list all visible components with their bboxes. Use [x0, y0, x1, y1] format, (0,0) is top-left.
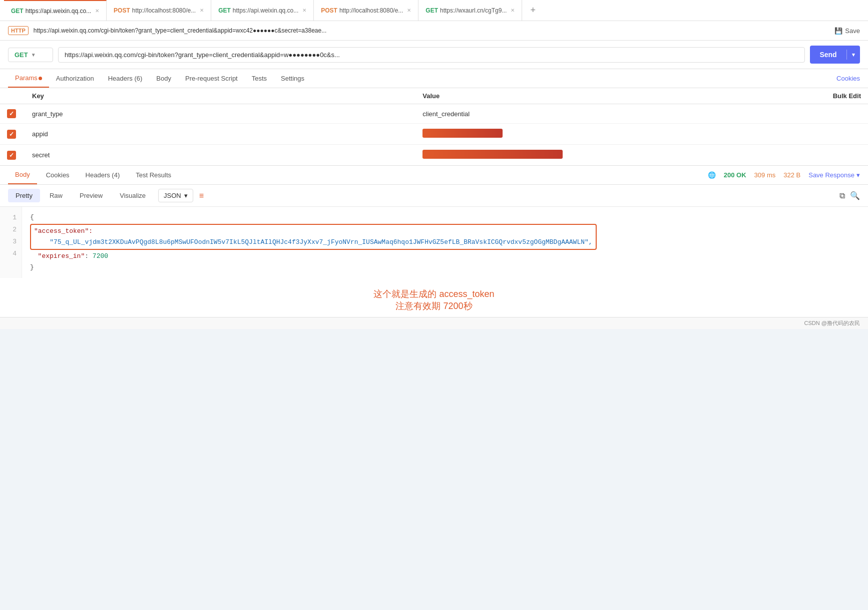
tab-body-label: Body [156, 75, 171, 82]
tab-item-4[interactable]: POST http://localhost:8080/e... ✕ [314, 0, 418, 21]
save-button[interactable]: 💾 Save [834, 27, 860, 35]
row2-actions [806, 124, 868, 145]
footer-bar: CSDN @撸代码的农民 [0, 317, 868, 329]
row1-key[interactable]: grant_type [25, 104, 415, 124]
response-toolbar: Pretty Raw Preview Visualize JSON ▾ ≡ ⧉ … [0, 185, 868, 207]
line-num-2: 2 [0, 224, 22, 236]
tab-headers[interactable]: Headers (6) [101, 70, 150, 87]
params-table: Key Value Bulk Edit ✓ grant_type client_… [0, 88, 868, 165]
format-chevron-icon: ▾ [184, 192, 188, 199]
request-bar: GET ▼ https://api.weixin.qq.com/cgi-bin/… [0, 41, 868, 69]
tab-close-1[interactable]: ✕ [95, 8, 99, 14]
expires-in-value: 7200 [93, 252, 108, 260]
response-tab-test-results[interactable]: Test Results [129, 166, 178, 184]
tab-body[interactable]: Body [149, 70, 178, 87]
colon: : [85, 252, 93, 260]
toolbar-right: ⧉ 🔍 [839, 191, 860, 200]
view-pretty-button[interactable]: Pretty [8, 189, 40, 202]
tab-close-3[interactable]: ✕ [302, 8, 306, 13]
params-section: Key Value Bulk Edit ✓ grant_type client_… [0, 88, 868, 166]
tab-settings[interactable]: Settings [274, 70, 311, 87]
tab-close-4[interactable]: ✕ [407, 8, 411, 13]
tab-params[interactable]: Params [8, 69, 49, 88]
tab-url-5: https://wxaurl.cn/cgTg9... [440, 7, 507, 14]
url-bar: HTTP https://api.weixin.qq.com/cgi-bin/t… [0, 21, 868, 41]
row3-value[interactable] [415, 145, 806, 166]
row1-value[interactable]: client_credential [415, 104, 806, 124]
tab-item-3[interactable]: GET https://api.weixin.qq.co... ✕ [211, 0, 314, 21]
table-row: ✓ secret [0, 145, 868, 166]
table-row: ✓ grant_type client_credential [0, 104, 868, 124]
tab-pre-request[interactable]: Pre-request Script [178, 70, 245, 87]
globe-icon: 🌐 [708, 171, 716, 179]
save-response-button[interactable]: Save Response ▾ [808, 171, 860, 179]
chevron-down-icon: ▼ [31, 52, 36, 58]
tab-close-5[interactable]: ✕ [511, 8, 515, 13]
expires-in-key: "expires_in" [38, 252, 85, 260]
row2-checkbox[interactable]: ✓ [7, 130, 16, 139]
status-ok: 200 OK [724, 171, 746, 179]
view-raw-button[interactable]: Raw [42, 189, 70, 202]
cookies-button[interactable]: Cookies [836, 75, 860, 82]
code-content: { "access_token": "75_q_UL_vjdm3t2XKDuAv… [22, 207, 868, 278]
params-dot [39, 77, 42, 80]
save-icon: 💾 [834, 27, 842, 35]
access-token-value: "75_q_UL_vjdm3t2XKDuAvPQgd8L8u6pMSwUFOod… [50, 238, 592, 246]
filter-icon[interactable]: ≡ [199, 191, 204, 200]
request-tab-nav: Params Authorization Headers (6) Body Pr… [0, 69, 868, 88]
tab-pre-request-label: Pre-request Script [185, 75, 238, 82]
format-label: JSON [164, 192, 181, 199]
tab-item-5[interactable]: GET https://wxaurl.cn/cgTg9... ✕ [418, 0, 522, 21]
tab-method-5: GET [425, 7, 438, 14]
tab-item-2[interactable]: POST http://localhost:8080/e... ✕ [107, 0, 211, 21]
row2-value[interactable] [415, 124, 806, 145]
response-tab-headers[interactable]: Headers (4) [79, 166, 127, 184]
send-dropdown-icon[interactable]: ▾ [847, 52, 860, 58]
tab-url-1: https://api.weixin.qq.co... [26, 8, 91, 15]
tab-params-label: Params [15, 74, 38, 82]
tab-url-3: https://api.weixin.qq.co... [233, 7, 298, 14]
response-code-area: 1 2 3 4 { "access_token": "75_q_UL_vjdm3… [0, 207, 868, 317]
row3-actions [806, 145, 868, 166]
row1-actions [806, 104, 868, 124]
row1-checkbox[interactable]: ✓ [7, 109, 16, 118]
row3-checkbox[interactable]: ✓ [7, 151, 16, 160]
code-brace-open: { [30, 213, 34, 221]
col-header-bulk-edit[interactable]: Bulk Edit [806, 88, 868, 104]
response-tab-body-label: Body [15, 171, 30, 178]
row2-key[interactable]: appid [25, 124, 415, 145]
row2-check-cell: ✓ [0, 124, 25, 145]
tab-bar: GET https://api.weixin.qq.co... ✕ POST h… [0, 0, 868, 21]
tab-tests[interactable]: Tests [245, 70, 274, 87]
tab-settings-label: Settings [281, 75, 304, 82]
save-label: Save [845, 27, 860, 35]
col-header-check [0, 88, 25, 104]
line-num-4: 4 [0, 248, 22, 260]
view-preview-button[interactable]: Preview [72, 189, 110, 202]
tab-authorization[interactable]: Authorization [49, 70, 101, 87]
http-badge-label: HTTP [11, 28, 26, 34]
method-dropdown[interactable]: GET ▼ [8, 48, 53, 62]
tab-item-1[interactable]: GET https://api.weixin.qq.co... ✕ [4, 0, 107, 21]
search-icon[interactable]: 🔍 [850, 191, 860, 200]
row2-value-redacted [422, 129, 503, 138]
copy-icon[interactable]: ⧉ [839, 191, 845, 200]
format-dropdown[interactable]: JSON ▾ [158, 189, 193, 202]
url-input[interactable]: https://api.weixin.qq.com/cgi-bin/token?… [58, 47, 805, 63]
tab-close-2[interactable]: ✕ [200, 8, 204, 13]
tab-method-2: POST [114, 7, 130, 14]
response-tab-cookies[interactable]: Cookies [39, 166, 77, 184]
col-header-value: Value [415, 88, 806, 104]
send-button[interactable]: Send ▾ [810, 46, 860, 64]
send-label: Send [810, 51, 846, 59]
add-tab-button[interactable]: + [526, 5, 540, 16]
view-visualize-button[interactable]: Visualize [112, 189, 153, 202]
url-display: https://api.weixin.qq.com/cgi-bin/token?… [34, 27, 830, 34]
status-time: 309 ms [754, 171, 776, 179]
save-response-chevron: ▾ [856, 171, 860, 179]
response-tab-body[interactable]: Body [8, 166, 37, 184]
row3-key[interactable]: secret [25, 145, 415, 166]
row3-check-cell: ✓ [0, 145, 25, 166]
annotation-text: 这个就是生成的 access_token 注意有效期 7200秒 [0, 278, 868, 317]
access-token-key: "access_token": [34, 227, 93, 235]
